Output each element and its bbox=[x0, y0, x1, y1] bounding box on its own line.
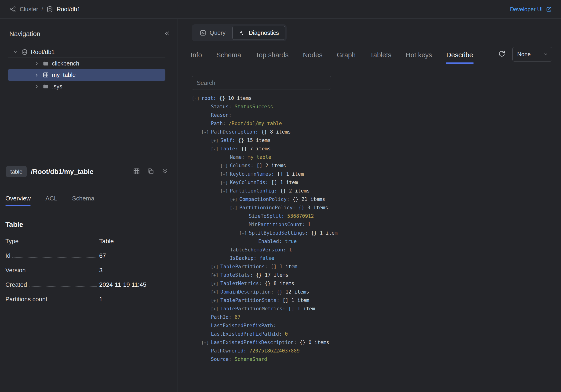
json-toggle-button[interactable]: [-] bbox=[192, 96, 201, 101]
json-toggle-button[interactable]: [-] bbox=[230, 205, 239, 210]
folder-icon bbox=[43, 60, 49, 67]
json-toggle-button[interactable]: [+] bbox=[211, 281, 220, 286]
refresh-button[interactable] bbox=[497, 49, 506, 59]
nav-tree-item-clickbench[interactable]: clickbench bbox=[8, 58, 165, 69]
json-toggle-button[interactable]: [+] bbox=[201, 340, 211, 345]
entity-type-badge: table bbox=[6, 166, 27, 177]
chevron-right-icon[interactable] bbox=[34, 72, 40, 78]
describe-line: [+]KeyColumnNames: [] 1 item bbox=[192, 170, 338, 178]
json-key: PathOwnerId: bbox=[211, 348, 247, 354]
chevron-right-icon[interactable] bbox=[34, 61, 40, 66]
describe-line: Path: /Root/db1/my_table bbox=[192, 119, 338, 128]
summary-tab-acl[interactable]: ACL bbox=[45, 191, 57, 206]
summary-field-row: TypeTable bbox=[5, 234, 161, 248]
tab-hot-keys[interactable]: Hot keys bbox=[405, 47, 433, 64]
json-key: TableSchemaVersion: bbox=[230, 247, 286, 253]
folder-icon bbox=[43, 83, 49, 90]
describe-line: MinPartitionsCount: 1 bbox=[192, 220, 338, 229]
json-meta: {} 17 items bbox=[253, 272, 289, 278]
describe-line: [-]PartitionConfig: {} 2 items bbox=[192, 187, 338, 195]
describe-line: [+]DomainDescription: {} 12 items bbox=[192, 288, 338, 296]
tab-tablets[interactable]: Tablets bbox=[369, 47, 392, 64]
field-value: 2024-11-19 11:45 bbox=[99, 281, 161, 288]
json-meta: {} 1 item bbox=[308, 230, 337, 236]
nav-tree-item-root-db1[interactable]: Root/db1 bbox=[8, 46, 165, 58]
table-preview-icon bbox=[133, 168, 140, 175]
tab-graph[interactable]: Graph bbox=[336, 47, 356, 64]
json-toggle-button[interactable]: [+] bbox=[211, 138, 220, 143]
json-meta: [] 1 item bbox=[268, 264, 297, 269]
describe-line: [+]KeyColumnIds: [] 1 item bbox=[192, 178, 338, 187]
json-key: LastExistedPrefixDescription: bbox=[211, 339, 297, 345]
expand-summary-button[interactable] bbox=[161, 167, 169, 176]
tab-schema[interactable]: Schema bbox=[216, 47, 242, 64]
json-key: CompactionPolicy: bbox=[239, 196, 290, 202]
json-value: StatusSuccess bbox=[232, 104, 273, 109]
describe-line: [-]root: {} 10 items bbox=[192, 94, 338, 102]
collapse-navigation-button[interactable] bbox=[162, 29, 172, 39]
json-key: SizeToSplit: bbox=[249, 213, 284, 219]
json-value: 1 bbox=[305, 222, 311, 227]
summary-field-row: Id67 bbox=[5, 248, 161, 263]
json-key: IsBackup: bbox=[230, 255, 257, 261]
nav-tree-item-my-table[interactable]: my_table bbox=[8, 69, 165, 81]
database-icon bbox=[46, 6, 53, 13]
describe-line: [+]TablePartitionMetrics: [] 1 item bbox=[192, 305, 338, 313]
json-meta: {} 7 items bbox=[238, 146, 271, 152]
nav-tree-item-label: my_table bbox=[52, 72, 76, 78]
open-preview-button[interactable] bbox=[132, 167, 140, 176]
json-key: LastExistedPrefixPath: bbox=[211, 323, 276, 328]
chevron-right-icon[interactable] bbox=[34, 84, 40, 89]
json-value: /Root/db1/my_table bbox=[226, 121, 282, 126]
describe-line: [+]TableStats: {} 17 items bbox=[192, 271, 338, 279]
breadcrumb-cluster[interactable]: Cluster bbox=[20, 6, 38, 13]
json-key: Self: bbox=[220, 138, 235, 143]
summary-tabs: OverviewACLSchema bbox=[0, 191, 178, 206]
nav-tree-item-label: Root/db1 bbox=[31, 49, 54, 55]
json-toggle-button[interactable]: [+] bbox=[220, 180, 230, 185]
json-toggle-button[interactable]: [-] bbox=[239, 231, 249, 235]
json-meta: {} 2 items bbox=[277, 188, 310, 194]
json-toggle-button[interactable]: [+] bbox=[211, 273, 220, 278]
json-toggle-button[interactable]: [-] bbox=[211, 146, 220, 151]
json-toggle-button[interactable]: [-] bbox=[220, 189, 230, 193]
tab-describe[interactable]: Describe bbox=[446, 47, 474, 64]
tab-info[interactable]: Info bbox=[190, 47, 203, 64]
mode-label: Query bbox=[210, 30, 226, 36]
json-key: LastExistedPrefixPathId: bbox=[211, 331, 282, 337]
field-label: Id bbox=[5, 252, 11, 259]
mode-diagnostics-button[interactable]: Diagnostics bbox=[232, 26, 285, 40]
describe-line: SizeToSplit: 536870912 bbox=[192, 212, 338, 220]
json-toggle-button[interactable]: [+] bbox=[220, 163, 230, 168]
nav-tree-item-sys[interactable]: .sys bbox=[8, 81, 165, 92]
copy-path-button[interactable] bbox=[147, 167, 155, 176]
json-meta: {} 12 items bbox=[274, 289, 309, 295]
tab-nodes[interactable]: Nodes bbox=[302, 47, 323, 64]
mode-query-button[interactable]: Query bbox=[193, 26, 232, 40]
json-value: my_table bbox=[245, 154, 271, 160]
describe-line: [+]LastExistedPrefixDescription: {} 0 it… bbox=[192, 338, 338, 347]
object-actions bbox=[132, 167, 169, 176]
copy-icon bbox=[147, 168, 154, 175]
refresh-icon bbox=[498, 50, 506, 58]
summary-tab-overview[interactable]: Overview bbox=[5, 191, 31, 206]
search-input[interactable] bbox=[192, 76, 331, 90]
json-toggle-button[interactable]: [+] bbox=[230, 197, 239, 202]
autorefresh-select[interactable]: None bbox=[512, 47, 552, 62]
chevron-down-icon[interactable] bbox=[13, 49, 19, 55]
json-toggle-button[interactable]: [+] bbox=[211, 290, 220, 295]
developer-ui-link[interactable]: Developer UI bbox=[510, 6, 552, 13]
describe-line: PathId: 67 bbox=[192, 313, 338, 321]
json-toggle-button[interactable]: [+] bbox=[211, 264, 220, 269]
navigation-title: Navigation bbox=[9, 30, 40, 38]
summary-tab-schema[interactable]: Schema bbox=[72, 191, 94, 206]
json-toggle-button[interactable]: [+] bbox=[211, 298, 220, 303]
json-toggle-button[interactable]: [-] bbox=[201, 130, 211, 135]
dotted-leader bbox=[28, 272, 97, 272]
describe-line: [-]PartitioningPolicy: {} 3 items bbox=[192, 203, 338, 212]
tab-top-shards[interactable]: Top shards bbox=[255, 47, 289, 64]
describe-line: Status: StatusSuccess bbox=[192, 102, 338, 111]
describe-line: Enabled: true bbox=[192, 237, 338, 246]
json-toggle-button[interactable]: [+] bbox=[220, 172, 230, 177]
json-toggle-button[interactable]: [+] bbox=[211, 307, 220, 311]
